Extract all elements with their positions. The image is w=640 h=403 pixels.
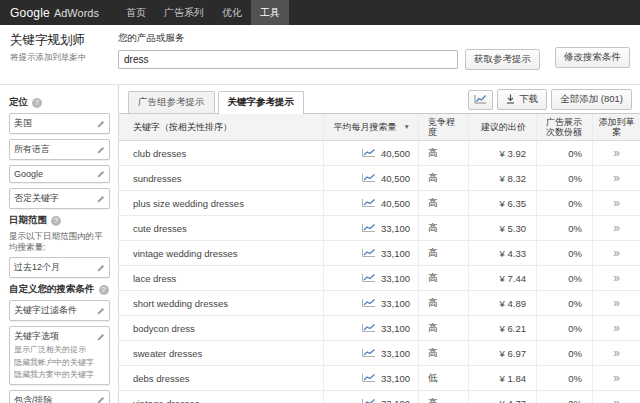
edit-pencil-icon[interactable]	[97, 333, 105, 341]
competition-cell: 高	[418, 391, 468, 403]
keyword-cell: vintage wedding dresses	[119, 241, 323, 265]
google-adwords-logo[interactable]: Google AdWords	[10, 6, 99, 20]
chart-view-button[interactable]	[468, 90, 493, 110]
header-right: 修改搜索条件	[555, 47, 630, 78]
help-icon[interactable]: ?	[51, 216, 61, 226]
keyword-table-row: vintage wedding dresses 33,100 高 ¥ 4.33 …	[119, 241, 640, 266]
add-to-plan-button[interactable]: »	[592, 191, 640, 215]
suggested-bid-cell: ¥ 6.97	[468, 341, 536, 365]
tab-keyword-ideas[interactable]: 关键字参考提示	[218, 91, 305, 114]
targeting-item[interactable]: 美国	[9, 113, 110, 134]
header-competition: 竞争程度	[418, 114, 468, 140]
add-to-plan-button[interactable]: »	[592, 241, 640, 265]
edit-pencil-icon[interactable]	[97, 396, 105, 403]
help-icon[interactable]: ?	[99, 285, 109, 295]
keyword-option-sub: 显示广泛相关的提示	[14, 344, 105, 356]
adwords-wordmark: AdWords	[54, 7, 99, 19]
trend-chart-icon[interactable]	[361, 273, 376, 283]
nav-optimize[interactable]: 优化	[213, 0, 251, 25]
keyword-table-row: short wedding dresses 33,100 高 ¥ 4.89 0%…	[119, 291, 640, 316]
download-button[interactable]: 下载	[497, 89, 547, 110]
add-all-button[interactable]: 全部添加 (801)	[551, 89, 632, 110]
results-tabs: 广告组参考提示 关键字参考提示	[128, 91, 304, 113]
sort-desc-icon[interactable]: ▼	[404, 123, 410, 130]
volume-cell: 40,500	[323, 166, 418, 190]
modify-search-button[interactable]: 修改搜索条件	[555, 47, 630, 68]
keyword-options-item[interactable]: 关键字选项 显示广泛相关的提示隐藏我帐户中的关键字隐藏我方案中的关键字	[9, 326, 110, 385]
targeting-item[interactable]: Google	[9, 165, 110, 183]
targeting-item[interactable]: 所有语言	[9, 139, 110, 160]
add-to-plan-button[interactable]: »	[592, 141, 640, 165]
competition-cell: 高	[418, 341, 468, 365]
add-to-plan-button[interactable]: »	[592, 291, 640, 315]
impression-share-cell: 0%	[536, 241, 592, 265]
toolbar-actions: 下载 全部添加 (801)	[468, 89, 632, 110]
impression-share-cell: 0%	[536, 366, 592, 390]
add-to-plan-button[interactable]: »	[592, 316, 640, 340]
edit-pencil-icon[interactable]	[97, 120, 105, 128]
header-suggested-bid: 建议的出价	[468, 114, 536, 140]
competition-cell: 高	[418, 291, 468, 315]
tab-ad-group-ideas[interactable]: 广告组参考提示	[128, 91, 215, 113]
product-service-input[interactable]	[118, 50, 458, 69]
trend-chart-icon[interactable]	[361, 348, 376, 358]
nav-campaigns[interactable]: 广告系列	[155, 0, 213, 25]
suggested-bid-cell: ¥ 4.73	[468, 391, 536, 403]
edit-pencil-icon[interactable]	[97, 307, 105, 315]
edit-pencil-icon[interactable]	[97, 170, 105, 178]
help-icon[interactable]: ?	[32, 98, 42, 108]
add-to-plan-button[interactable]: »	[592, 366, 640, 390]
suggested-bid-cell: ¥ 6.35	[468, 191, 536, 215]
suggested-bid-cell: ¥ 8.32	[468, 166, 536, 190]
trend-chart-icon[interactable]	[361, 298, 376, 308]
trend-chart-icon[interactable]	[361, 373, 376, 383]
targeting-item[interactable]: 否定关键字	[9, 188, 110, 209]
trend-chart-icon[interactable]	[361, 248, 376, 258]
add-to-plan-button[interactable]: »	[592, 341, 640, 365]
targeting-title-label: 定位	[9, 96, 28, 109]
volume-value: 33,100	[381, 373, 410, 384]
trend-chart-icon[interactable]	[361, 323, 376, 333]
trend-chart-icon[interactable]	[361, 223, 376, 233]
double-chevron-icon: »	[613, 297, 620, 309]
header-volume[interactable]: 平均每月搜索量 ▼	[323, 114, 418, 140]
trend-chart-icon[interactable]	[361, 173, 376, 183]
search-row: 获取参考提示	[118, 49, 555, 70]
volume-cell: 33,100	[323, 216, 418, 240]
trend-chart-icon[interactable]	[361, 198, 376, 208]
volume-value: 33,100	[381, 273, 410, 284]
add-to-plan-button[interactable]: »	[592, 266, 640, 290]
targeting-items: 美国 所有语言 Google 否定关键字	[9, 113, 110, 209]
trend-chart-icon[interactable]	[361, 148, 376, 158]
competition-cell: 高	[418, 241, 468, 265]
edit-pencil-icon[interactable]	[97, 264, 105, 272]
header-volume-label: 平均每月搜索量	[334, 122, 397, 132]
add-to-plan-button[interactable]: »	[592, 166, 640, 190]
double-chevron-icon: »	[613, 372, 620, 384]
main-nav: 首页 广告系列 优化 工具	[117, 0, 289, 25]
add-to-plan-button[interactable]: »	[592, 391, 640, 403]
nav-tools[interactable]: 工具	[251, 0, 289, 25]
keyword-table-row: lace dress 33,100 高 ¥ 7.44 0% »	[119, 266, 640, 291]
competition-cell: 高	[418, 216, 468, 240]
planner-header: 关键字规划师 将提示添加到草案中 您的产品或服务 获取参考提示 修改搜索条件	[0, 25, 640, 85]
keyword-table-row: sundresses 40,500 高 ¥ 8.32 0% »	[119, 166, 640, 191]
trend-chart-icon[interactable]	[361, 398, 376, 403]
header-keyword: 关键字（按相关性排序）	[119, 114, 323, 140]
include-exclude-item[interactable]: 包含/排除	[9, 390, 110, 403]
add-to-plan-button[interactable]: »	[592, 216, 640, 240]
targeting-item-label: 美国	[14, 117, 32, 130]
nav-home[interactable]: 首页	[117, 0, 155, 25]
edit-pencil-icon[interactable]	[97, 146, 105, 154]
get-ideas-button[interactable]: 获取参考提示	[465, 49, 540, 70]
date-range-item[interactable]: 过去12个月	[9, 257, 110, 278]
keyword-table-row: sweater dresses 33,100 高 ¥ 6.97 0% »	[119, 341, 640, 366]
keyword-cell: cute dresses	[119, 216, 323, 240]
edit-pencil-icon[interactable]	[97, 195, 105, 203]
double-chevron-icon: »	[613, 147, 620, 159]
keyword-table-body: club dresses 40,500 高 ¥ 3.92 0% » sundre…	[119, 141, 640, 403]
keyword-table-row: vintage dresses 33,100 高 ¥ 4.73 0% »	[119, 391, 640, 403]
volume-cell: 33,100	[323, 341, 418, 365]
keyword-filters-item[interactable]: 关键字过滤条件	[9, 300, 110, 321]
date-range-section-title: 日期范围 ?	[9, 214, 110, 227]
